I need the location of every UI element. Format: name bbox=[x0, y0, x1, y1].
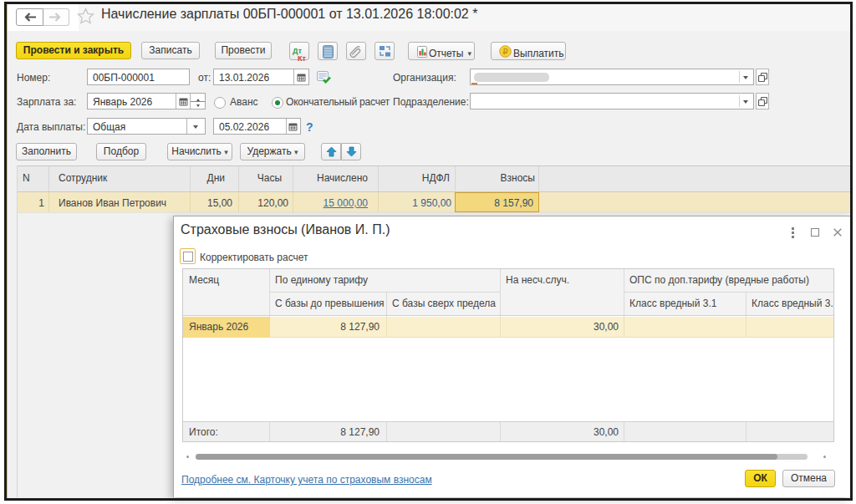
svg-text:₽: ₽ bbox=[502, 47, 507, 56]
